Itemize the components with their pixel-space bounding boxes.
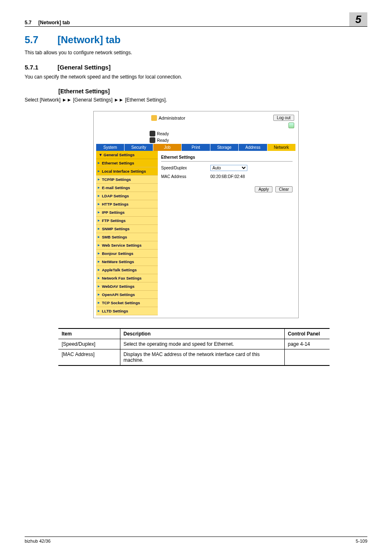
- ethernet-path: Select [Network] ►► [General Settings] ►…: [25, 97, 367, 103]
- table-row: [MAC Address] Displays the MAC address o…: [58, 349, 330, 366]
- description-table: Item Description Control Panel [Speed/Du…: [58, 328, 330, 366]
- sidebar-item-webdav[interactable]: WebDAV Settings: [96, 282, 158, 291]
- header-section-title: [Network] tab: [38, 20, 70, 25]
- sidebar-item-openapi[interactable]: OpenAPI Settings: [96, 291, 158, 299]
- cell-item: [Speed/Duplex]: [58, 339, 120, 349]
- sidebar-item-network-fax[interactable]: Network Fax Settings: [96, 274, 158, 282]
- pane-title: Ethernet Settings: [161, 155, 293, 162]
- th-control-panel: Control Panel: [284, 328, 330, 339]
- tab-security[interactable]: Security: [125, 144, 153, 151]
- tabs-row: System Security Job Print Storage Addres…: [96, 144, 296, 151]
- sidebar-item-netware[interactable]: NetWare Settings: [96, 258, 158, 266]
- header-section-num: 5.7: [25, 20, 32, 25]
- sidebar-item-email[interactable]: E-mail Settings: [96, 184, 158, 192]
- sidebar-item-lltd[interactable]: LLTD Settings: [96, 307, 158, 315]
- sidebar-item-local-interface[interactable]: Local Interface Settings: [96, 167, 158, 176]
- printer-status: Ready: [150, 131, 296, 136]
- sidebar-item-http[interactable]: HTTP Settings: [96, 200, 158, 208]
- sidebar-item-ethernet[interactable]: Ethernet Settings: [96, 159, 158, 167]
- sidebar-item-tcpip[interactable]: TCP/IP Settings: [96, 176, 158, 184]
- footer-page-number: 5-109: [356, 539, 367, 543]
- sidebar-item-ftp[interactable]: FTP Settings: [96, 217, 158, 225]
- subsection-number: 5.7.1: [25, 64, 58, 71]
- footer-model: bizhub 42/36: [25, 539, 51, 543]
- sidebar-item-ldap[interactable]: LDAP Settings: [96, 192, 158, 200]
- cell-cp: page 4-14: [284, 339, 330, 349]
- speed-duplex-select[interactable]: Auto: [210, 165, 247, 171]
- sidebar-header-general[interactable]: ▼ General Settings: [96, 151, 158, 159]
- tab-network[interactable]: Network: [267, 144, 296, 151]
- subsection-title: [General Settings]: [58, 64, 111, 71]
- th-item: Item: [58, 328, 120, 339]
- tab-storage[interactable]: Storage: [210, 144, 239, 151]
- th-description: Description: [120, 328, 284, 339]
- cell-desc: Select the operating mode and speed for …: [120, 339, 284, 349]
- sidebar-item-tcp-socket[interactable]: TCP Socket Settings: [96, 299, 158, 307]
- sidebar-item-bonjour[interactable]: Bonjour Settings: [96, 250, 158, 258]
- ethernet-heading: [Ethernet Settings]: [58, 88, 367, 95]
- tab-job[interactable]: Job: [153, 144, 182, 151]
- section-title-text: [Network] tab: [58, 34, 120, 45]
- screenshot-container: Administrator Log out Ready Ready System…: [93, 111, 299, 318]
- sidebar-item-smb[interactable]: SMB Settings: [96, 233, 158, 241]
- refresh-icon[interactable]: [288, 123, 294, 128]
- printer-icon: [150, 131, 155, 136]
- table-row: [Speed/Duplex] Select the operating mode…: [58, 339, 330, 349]
- tab-print[interactable]: Print: [182, 144, 210, 151]
- printer-ready-label: Ready: [157, 132, 169, 136]
- main-pane: Ethernet Settings Speed/Duplex Auto MAC …: [158, 151, 296, 315]
- page-footer: bizhub 42/36 5-109: [25, 536, 367, 543]
- tab-address[interactable]: Address: [239, 144, 267, 151]
- cell-desc: Displays the MAC address of the network …: [120, 349, 284, 366]
- scanner-icon: [150, 137, 155, 143]
- scanner-status: Ready: [150, 137, 296, 143]
- admin-label: Administrator: [159, 116, 185, 120]
- sidebar-item-appletalk[interactable]: AppleTalk Settings: [96, 266, 158, 274]
- subsection-heading: 5.7.1[General Settings]: [25, 64, 367, 71]
- section-title: 5.7[Network] tab: [25, 34, 367, 46]
- sidebar-item-web-service[interactable]: Web Service Settings: [96, 241, 158, 250]
- admin-icon: [151, 115, 157, 121]
- scanner-ready-label: Ready: [157, 138, 169, 143]
- admin-indicator: Administrator: [151, 115, 185, 121]
- sidebar-item-snmp[interactable]: SNMP Settings: [96, 225, 158, 233]
- page-header: 5.7 [Network] tab 5: [25, 12, 367, 27]
- mac-address-value: 00:20:6B:DF:02:48: [210, 174, 245, 179]
- sidebar-item-ipp[interactable]: IPP Settings: [96, 208, 158, 217]
- chapter-number-badge: 5: [349, 12, 367, 26]
- section-intro: This tab allows you to configure network…: [25, 50, 367, 56]
- clear-button[interactable]: Clear: [275, 186, 293, 192]
- cell-cp: [284, 349, 330, 366]
- section-number: 5.7: [25, 34, 58, 46]
- mac-address-label: MAC Address: [161, 174, 210, 179]
- subsection-intro: You can specify the network speed and th…: [25, 74, 367, 80]
- apply-button[interactable]: Apply: [255, 186, 272, 192]
- cell-item: [MAC Address]: [58, 349, 120, 366]
- logout-button[interactable]: Log out: [273, 115, 294, 121]
- sidebar: ▼ General Settings Ethernet Settings Loc…: [96, 151, 158, 315]
- tab-system[interactable]: System: [96, 144, 125, 151]
- speed-duplex-label: Speed/Duplex: [161, 166, 210, 170]
